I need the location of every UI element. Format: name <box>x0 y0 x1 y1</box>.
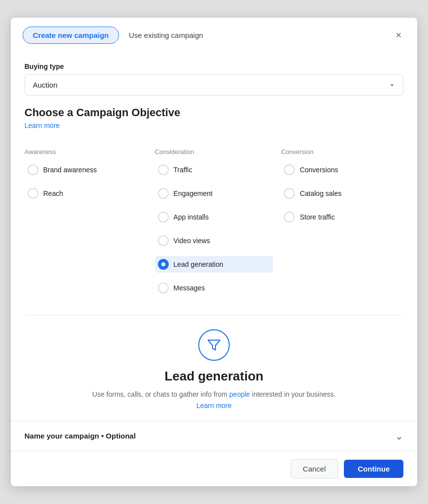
modal-header: Create new campaign Use existing campaig… <box>11 18 418 44</box>
radio-store-traffic <box>284 212 295 222</box>
option-app-installs[interactable]: App installs <box>155 209 274 225</box>
consideration-column: Consideration Traffic Engagement App ins… <box>151 148 277 303</box>
label-video-views: Video views <box>174 237 210 245</box>
awareness-column: Awareness Brand awareness Reach <box>25 148 151 303</box>
objective-detail-title: Lead generation <box>165 369 264 384</box>
label-catalog-sales: Catalog sales <box>300 189 341 197</box>
tab-use-existing-campaign[interactable]: Use existing campaign <box>119 27 213 43</box>
option-reach[interactable]: Reach <box>25 185 147 202</box>
radio-messages <box>158 283 169 293</box>
radio-video-views <box>158 235 169 246</box>
option-messages[interactable]: Messages <box>155 280 274 296</box>
radio-app-installs <box>158 212 169 222</box>
radio-reach <box>28 188 38 199</box>
objective-icon-circle <box>198 329 230 361</box>
campaign-objective-title: Choose a Campaign Objective <box>25 106 404 119</box>
close-button[interactable]: × <box>392 28 406 43</box>
label-app-installs: App installs <box>174 213 209 221</box>
radio-lead-generation <box>158 259 169 270</box>
option-engagement[interactable]: Engagement <box>155 185 274 202</box>
modal-dialog: Create new campaign Use existing campaig… <box>11 18 418 486</box>
option-catalog-sales[interactable]: Catalog sales <box>281 185 403 202</box>
objective-detail-description: Use forms, calls, or chats to gather inf… <box>86 389 342 411</box>
radio-traffic <box>158 164 169 175</box>
buying-type-section: Buying type Auction Reach and Frequency <box>25 63 404 106</box>
label-engagement: Engagement <box>174 189 213 197</box>
option-conversions[interactable]: Conversions <box>281 161 403 178</box>
conversion-column: Conversion Conversions Catalog sales Sto… <box>277 148 403 303</box>
option-video-views[interactable]: Video views <box>155 232 274 249</box>
label-traffic: Traffic <box>174 166 192 174</box>
continue-button[interactable]: Continue <box>344 460 403 478</box>
radio-conversions <box>284 164 295 175</box>
label-brand-awareness: Brand awareness <box>43 166 97 174</box>
label-lead-generation: Lead generation <box>174 260 223 268</box>
radio-catalog-sales <box>284 188 295 199</box>
awareness-category-label: Awareness <box>25 148 147 156</box>
objective-learn-more-link[interactable]: Learn more <box>196 402 232 410</box>
radio-brand-awareness <box>28 164 38 175</box>
radio-engagement <box>158 188 169 199</box>
people-link[interactable]: people <box>229 390 250 398</box>
buying-type-select[interactable]: Auction Reach and Frequency <box>25 74 404 95</box>
modal-body: Buying type Auction Reach and Frequency … <box>11 44 418 421</box>
funnel-icon <box>206 337 222 353</box>
learn-more-link[interactable]: Learn more <box>25 122 60 129</box>
option-traffic[interactable]: Traffic <box>155 161 274 178</box>
name-campaign-row[interactable]: Name your campaign • Optional ⌄ <box>11 421 418 451</box>
desc-before: Use forms, calls, or chats to gather inf… <box>92 390 230 398</box>
consideration-category-label: Consideration <box>155 148 274 156</box>
option-lead-generation[interactable]: Lead generation <box>155 256 274 273</box>
modal-footer: Cancel Continue <box>11 451 418 486</box>
desc-middle: interested in your business. <box>250 390 336 398</box>
buying-type-label: Buying type <box>25 63 404 70</box>
label-messages: Messages <box>174 284 205 292</box>
name-campaign-label: Name your campaign • Optional <box>25 432 136 440</box>
label-conversions: Conversions <box>300 166 338 174</box>
tab-create-new-campaign[interactable]: Create new campaign <box>23 27 119 44</box>
label-store-traffic: Store traffic <box>300 213 335 221</box>
objective-detail-section: Lead generation Use forms, calls, or cha… <box>25 315 404 421</box>
option-brand-awareness[interactable]: Brand awareness <box>25 161 147 178</box>
label-reach: Reach <box>43 189 63 197</box>
objectives-grid: Awareness Brand awareness Reach Consider… <box>25 148 404 303</box>
chevron-down-icon: ⌄ <box>395 430 403 442</box>
conversion-category-label: Conversion <box>281 148 403 156</box>
option-store-traffic[interactable]: Store traffic <box>281 209 403 225</box>
cancel-button[interactable]: Cancel <box>291 459 338 478</box>
